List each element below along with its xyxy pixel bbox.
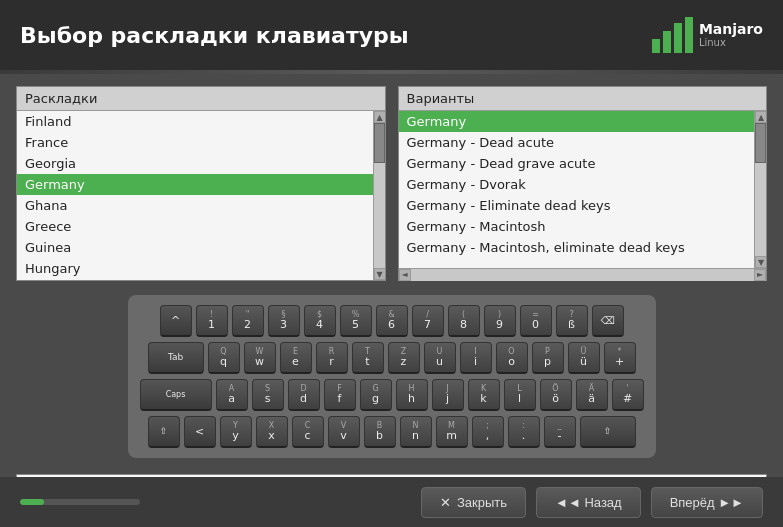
- layout-item-finland[interactable]: Finland: [17, 111, 385, 132]
- key-u[interactable]: Uu: [424, 342, 456, 374]
- key-a[interactable]: Aa: [216, 379, 248, 411]
- key-shift-left[interactable]: ⇧: [148, 416, 180, 448]
- variant-item-dead-grave-acute[interactable]: Germany - Dead grave acute: [399, 153, 767, 174]
- back-label: ◄◄ Назад: [555, 495, 622, 510]
- key-caps[interactable]: Caps: [140, 379, 212, 411]
- layout-item-ghana[interactable]: Ghana: [17, 195, 385, 216]
- layouts-scrollbar[interactable]: ▲ ▼: [373, 111, 385, 280]
- layout-item-greece[interactable]: Greece: [17, 216, 385, 237]
- key-2[interactable]: "2: [232, 305, 264, 337]
- key-comma[interactable]: ;,: [472, 416, 504, 448]
- key-j[interactable]: Jj: [432, 379, 464, 411]
- key-angle[interactable]: <: [184, 416, 216, 448]
- footer-buttons: ✕ Закрыть ◄◄ Назад Вперёд ►►: [421, 487, 763, 518]
- key-y[interactable]: Yy: [220, 416, 252, 448]
- key-c[interactable]: Cc: [292, 416, 324, 448]
- key-s[interactable]: Ss: [252, 379, 284, 411]
- key-5[interactable]: %5: [340, 305, 372, 337]
- variant-item-eliminate-dead[interactable]: Germany - Eliminate dead keys: [399, 195, 767, 216]
- key-hash[interactable]: '#: [612, 379, 644, 411]
- key-ae[interactable]: Ää: [576, 379, 608, 411]
- key-w[interactable]: Ww: [244, 342, 276, 374]
- hscroll-left-arrow[interactable]: ◄: [399, 269, 411, 281]
- main-content: Раскладки Finland France Georgia Germany…: [0, 74, 783, 513]
- layout-item-france[interactable]: France: [17, 132, 385, 153]
- key-ue[interactable]: Üü: [568, 342, 600, 374]
- layout-item-guinea[interactable]: Guinea: [17, 237, 385, 258]
- key-e[interactable]: Ee: [280, 342, 312, 374]
- key-m[interactable]: Mm: [436, 416, 468, 448]
- key-period[interactable]: :.: [508, 416, 540, 448]
- key-l[interactable]: Ll: [504, 379, 536, 411]
- layouts-panel: Раскладки Finland France Georgia Germany…: [16, 86, 386, 281]
- key-o[interactable]: Oo: [496, 342, 528, 374]
- key-r[interactable]: Rr: [316, 342, 348, 374]
- variants-list-content[interactable]: Germany Germany - Dead acute Germany - D…: [399, 111, 767, 268]
- key-oe[interactable]: Öö: [540, 379, 572, 411]
- key-k[interactable]: Kk: [468, 379, 500, 411]
- key-6[interactable]: &6: [376, 305, 408, 337]
- hscroll-right-arrow[interactable]: ►: [754, 269, 766, 281]
- key-g[interactable]: Gg: [360, 379, 392, 411]
- key-p[interactable]: Pp: [532, 342, 564, 374]
- key-9[interactable]: )9: [484, 305, 516, 337]
- key-4[interactable]: $4: [304, 305, 336, 337]
- key-3[interactable]: §3: [268, 305, 300, 337]
- key-backspace[interactable]: ⌫: [592, 305, 624, 337]
- logo-bar-2: [663, 31, 671, 53]
- key-i[interactable]: Ii: [460, 342, 492, 374]
- logo-text: Manjaro Linux: [699, 22, 763, 48]
- layout-item-hungary[interactable]: Hungary: [17, 258, 385, 279]
- key-minus[interactable]: _-: [544, 416, 576, 448]
- variant-item-macintosh[interactable]: Germany - Macintosh: [399, 216, 767, 237]
- key-t[interactable]: Tt: [352, 342, 384, 374]
- back-button[interactable]: ◄◄ Назад: [536, 487, 641, 518]
- logo-name: Manjaro: [699, 22, 763, 37]
- scrollbar-thumb[interactable]: [374, 123, 385, 163]
- key-8[interactable]: (8: [448, 305, 480, 337]
- layouts-list-content[interactable]: Finland France Georgia Germany Ghana Gre…: [17, 111, 385, 280]
- header: Выбор раскладки клавиатуры Manjaro Linux: [0, 0, 783, 70]
- variants-scrollbar-thumb[interactable]: [755, 123, 766, 163]
- key-1[interactable]: !1: [196, 305, 228, 337]
- key-0[interactable]: =0: [520, 305, 552, 337]
- variants-scrollbar[interactable]: ▲ ▼: [754, 111, 766, 268]
- key-7[interactable]: /7: [412, 305, 444, 337]
- variants-panel: Варианты Germany Germany - Dead acute Ge…: [398, 86, 768, 281]
- variants-scrollbar-up[interactable]: ▲: [755, 111, 766, 123]
- key-plus[interactable]: *+: [604, 342, 636, 374]
- variants-header: Варианты: [399, 87, 767, 111]
- key-n[interactable]: Nn: [400, 416, 432, 448]
- variants-hscroll[interactable]: ◄ ►: [399, 268, 767, 280]
- logo-bar-3: [674, 23, 682, 53]
- key-v[interactable]: Vv: [328, 416, 360, 448]
- key-b[interactable]: Bb: [364, 416, 396, 448]
- layout-item-iceland[interactable]: Iceland: [17, 279, 385, 280]
- variant-item-dead-acute[interactable]: Germany - Dead acute: [399, 132, 767, 153]
- variant-item-dvorak[interactable]: Germany - Dvorak: [399, 174, 767, 195]
- variant-item-macintosh-elim[interactable]: Germany - Macintosh, eliminate dead keys: [399, 237, 767, 258]
- key-row-3: Caps Aa Ss Dd Ff Gg Hh Jj Kk Ll Öö Ää '#: [140, 379, 644, 411]
- next-button[interactable]: Вперёд ►►: [651, 487, 763, 518]
- key-q[interactable]: Qq: [208, 342, 240, 374]
- close-label: Закрыть: [457, 495, 507, 510]
- layout-item-germany[interactable]: Germany: [17, 174, 385, 195]
- key-sz[interactable]: ?ß: [556, 305, 588, 337]
- key-shift-right[interactable]: ⇧: [580, 416, 636, 448]
- logo: Manjaro Linux: [652, 17, 763, 53]
- footer-left: [20, 499, 140, 505]
- key-tab[interactable]: Tab: [148, 342, 204, 374]
- key-caret[interactable]: ^: [160, 305, 192, 337]
- variant-item-germany[interactable]: Germany: [399, 111, 767, 132]
- key-d[interactable]: Dd: [288, 379, 320, 411]
- key-x[interactable]: Xx: [256, 416, 288, 448]
- scrollbar-down-arrow[interactable]: ▼: [374, 268, 385, 280]
- close-button[interactable]: ✕ Закрыть: [421, 487, 526, 518]
- layouts-header: Раскладки: [17, 87, 385, 111]
- layout-item-georgia[interactable]: Georgia: [17, 153, 385, 174]
- key-z[interactable]: Zz: [388, 342, 420, 374]
- variants-scrollbar-down[interactable]: ▼: [755, 256, 766, 268]
- key-h[interactable]: Hh: [396, 379, 428, 411]
- key-f[interactable]: Ff: [324, 379, 356, 411]
- scrollbar-up-arrow[interactable]: ▲: [374, 111, 385, 123]
